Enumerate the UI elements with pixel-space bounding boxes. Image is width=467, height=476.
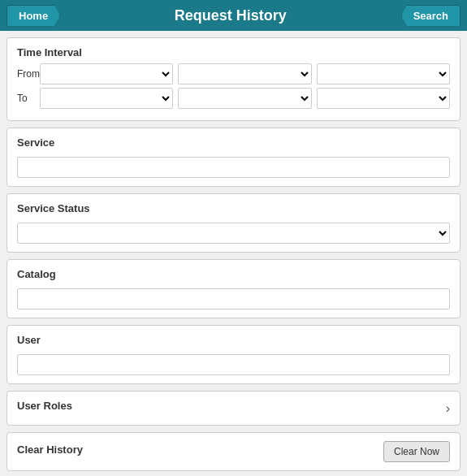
to-row: To [17,88,450,109]
to-select-1[interactable] [40,88,173,109]
from-select-1[interactable] [40,63,173,84]
home-button[interactable]: Home [6,5,60,27]
to-select-3[interactable] [317,88,450,109]
clear-now-button[interactable]: Clear Now [383,441,450,462]
from-select-3[interactable] [317,63,450,84]
time-interval-label: Time Interval [17,46,450,58]
page-title: Request History [60,7,401,24]
user-roles-label: User Roles [17,400,72,412]
catalog-input[interactable] [17,288,450,309]
catalog-section: Catalog [6,259,461,318]
chevron-right-icon: › [446,401,450,416]
catalog-label: Catalog [17,268,450,280]
service-status-select[interactable] [17,223,450,244]
service-label: Service [17,136,450,149]
to-label: To [17,93,35,104]
service-section: Service [6,128,461,187]
from-select-2[interactable] [178,63,311,84]
service-status-section: Service Status [6,193,461,253]
from-row: From [17,63,450,84]
user-roles-section[interactable]: User Roles › [6,391,461,426]
service-input[interactable] [17,157,450,178]
search-button[interactable]: Search [401,5,461,27]
user-label: User [17,334,450,346]
user-input[interactable] [17,354,450,375]
main-content: Time Interval From To [0,31,467,476]
clear-history-label: Clear History [17,444,83,456]
to-select-2[interactable] [178,88,311,109]
from-label: From [17,68,35,80]
clear-history-section: Clear History Clear Now [6,432,461,471]
header: Home Request History Search [0,0,467,31]
time-interval-section: Time Interval From To [6,37,461,121]
service-status-label: Service Status [17,202,450,214]
user-section: User [6,325,461,384]
